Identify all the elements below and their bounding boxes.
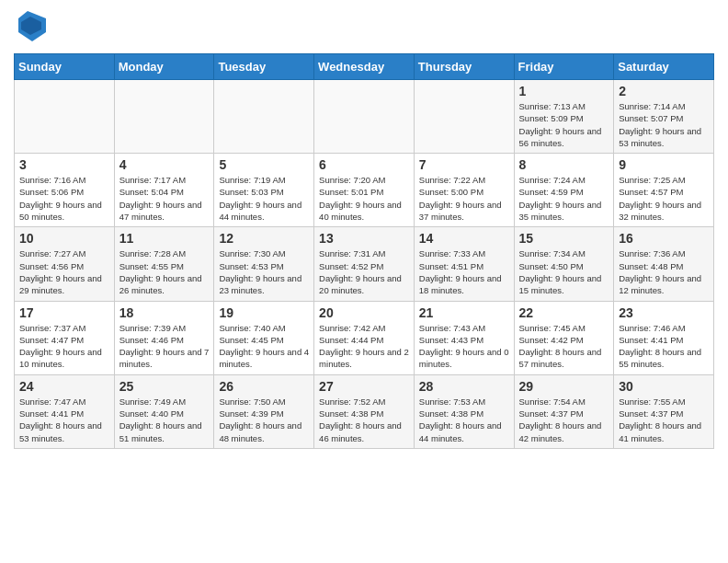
day-cell: 6Sunrise: 7:20 AMSunset: 5:01 PMDaylight… [314, 154, 415, 227]
day-cell: 15Sunrise: 7:34 AMSunset: 4:50 PMDayligh… [514, 227, 614, 301]
day-info: Sunrise: 7:40 AMSunset: 4:45 PMDaylight:… [219, 322, 309, 371]
day-cell: 18Sunrise: 7:39 AMSunset: 4:46 PMDayligh… [114, 301, 214, 374]
day-number: 11 [119, 231, 210, 246]
day-cell: 24Sunrise: 7:47 AMSunset: 4:41 PMDayligh… [15, 374, 115, 448]
day-info: Sunrise: 7:33 AMSunset: 4:51 PMDaylight:… [419, 247, 509, 296]
day-cell: 10Sunrise: 7:27 AMSunset: 4:56 PMDayligh… [15, 227, 115, 301]
day-number: 22 [519, 305, 609, 320]
day-number: 19 [219, 305, 309, 320]
day-info: Sunrise: 7:20 AMSunset: 5:01 PMDaylight:… [319, 174, 409, 223]
day-cell [114, 80, 214, 154]
weekday-saturday: Saturday [614, 54, 714, 80]
day-cell: 21Sunrise: 7:43 AMSunset: 4:43 PMDayligh… [414, 301, 514, 374]
day-info: Sunrise: 7:24 AMSunset: 4:59 PMDaylight:… [519, 174, 609, 223]
day-cell: 17Sunrise: 7:37 AMSunset: 4:47 PMDayligh… [15, 301, 115, 374]
day-number: 9 [619, 157, 709, 172]
day-number: 7 [419, 157, 509, 172]
day-cell: 14Sunrise: 7:33 AMSunset: 4:51 PMDayligh… [414, 227, 514, 301]
day-info: Sunrise: 7:45 AMSunset: 4:42 PMDaylight:… [519, 322, 609, 371]
day-info: Sunrise: 7:50 AMSunset: 4:39 PMDaylight:… [219, 396, 309, 444]
logo [14, 9, 46, 46]
day-number: 12 [219, 231, 309, 246]
day-info: Sunrise: 7:22 AMSunset: 5:00 PMDaylight:… [419, 174, 509, 223]
weekday-monday: Monday [114, 54, 214, 80]
day-number: 26 [219, 379, 309, 394]
day-info: Sunrise: 7:30 AMSunset: 4:53 PMDaylight:… [219, 247, 309, 296]
day-cell: 4Sunrise: 7:17 AMSunset: 5:04 PMDaylight… [114, 154, 214, 227]
weekday-wednesday: Wednesday [314, 54, 415, 80]
day-number: 8 [519, 157, 609, 172]
day-cell: 22Sunrise: 7:45 AMSunset: 4:42 PMDayligh… [514, 301, 614, 374]
day-cell: 13Sunrise: 7:31 AMSunset: 4:52 PMDayligh… [314, 227, 415, 301]
day-info: Sunrise: 7:31 AMSunset: 4:52 PMDaylight:… [319, 247, 409, 296]
day-number: 1 [519, 84, 609, 98]
week-row-2: 3Sunrise: 7:16 AMSunset: 5:06 PMDaylight… [15, 154, 714, 227]
day-cell: 8Sunrise: 7:24 AMSunset: 4:59 PMDaylight… [514, 154, 614, 227]
day-cell: 23Sunrise: 7:46 AMSunset: 4:41 PMDayligh… [614, 301, 714, 374]
week-row-4: 17Sunrise: 7:37 AMSunset: 4:47 PMDayligh… [15, 301, 714, 374]
day-number: 6 [319, 157, 409, 172]
day-number: 2 [619, 84, 709, 98]
day-cell: 29Sunrise: 7:54 AMSunset: 4:37 PMDayligh… [514, 374, 614, 448]
day-info: Sunrise: 7:19 AMSunset: 5:03 PMDaylight:… [219, 174, 309, 223]
day-cell [414, 80, 514, 154]
weekday-thursday: Thursday [414, 54, 514, 80]
day-number: 5 [219, 157, 309, 172]
day-cell: 27Sunrise: 7:52 AMSunset: 4:38 PMDayligh… [314, 374, 415, 448]
weekday-friday: Friday [514, 54, 614, 80]
weekday-tuesday: Tuesday [214, 54, 314, 80]
day-info: Sunrise: 7:53 AMSunset: 4:38 PMDaylight:… [419, 396, 509, 444]
week-row-3: 10Sunrise: 7:27 AMSunset: 4:56 PMDayligh… [15, 227, 714, 301]
day-cell: 2Sunrise: 7:14 AMSunset: 5:07 PMDaylight… [614, 80, 714, 154]
day-number: 20 [319, 305, 409, 320]
day-number: 3 [19, 157, 109, 172]
day-cell: 30Sunrise: 7:55 AMSunset: 4:37 PMDayligh… [614, 374, 714, 448]
day-number: 4 [119, 157, 210, 172]
weekday-sunday: Sunday [15, 54, 115, 80]
day-number: 21 [419, 305, 509, 320]
day-info: Sunrise: 7:13 AMSunset: 5:09 PMDaylight:… [519, 100, 609, 149]
day-cell: 19Sunrise: 7:40 AMSunset: 4:45 PMDayligh… [214, 301, 314, 374]
day-info: Sunrise: 7:16 AMSunset: 5:06 PMDaylight:… [19, 174, 109, 223]
day-number: 30 [619, 379, 709, 394]
day-info: Sunrise: 7:27 AMSunset: 4:56 PMDaylight:… [19, 247, 109, 296]
day-cell: 28Sunrise: 7:53 AMSunset: 4:38 PMDayligh… [414, 374, 514, 448]
day-cell: 9Sunrise: 7:25 AMSunset: 4:57 PMDaylight… [614, 154, 714, 227]
day-cell: 12Sunrise: 7:30 AMSunset: 4:53 PMDayligh… [214, 227, 314, 301]
day-number: 29 [519, 379, 609, 394]
day-cell: 5Sunrise: 7:19 AMSunset: 5:03 PMDaylight… [214, 154, 314, 227]
day-info: Sunrise: 7:52 AMSunset: 4:38 PMDaylight:… [319, 396, 409, 444]
day-info: Sunrise: 7:28 AMSunset: 4:55 PMDaylight:… [119, 247, 210, 296]
day-info: Sunrise: 7:14 AMSunset: 5:07 PMDaylight:… [619, 100, 709, 149]
day-number: 13 [319, 231, 409, 246]
day-info: Sunrise: 7:49 AMSunset: 4:40 PMDaylight:… [119, 396, 210, 444]
day-number: 17 [19, 305, 109, 320]
day-cell [15, 80, 115, 154]
day-number: 18 [119, 305, 210, 320]
day-number: 27 [319, 379, 409, 394]
day-info: Sunrise: 7:54 AMSunset: 4:37 PMDaylight:… [519, 396, 609, 444]
day-number: 14 [419, 231, 509, 246]
day-info: Sunrise: 7:39 AMSunset: 4:46 PMDaylight:… [119, 322, 210, 371]
day-info: Sunrise: 7:17 AMSunset: 5:04 PMDaylight:… [119, 174, 210, 223]
day-number: 28 [419, 379, 509, 394]
day-cell: 20Sunrise: 7:42 AMSunset: 4:44 PMDayligh… [314, 301, 415, 374]
day-info: Sunrise: 7:47 AMSunset: 4:41 PMDaylight:… [19, 396, 109, 444]
day-info: Sunrise: 7:42 AMSunset: 4:44 PMDaylight:… [319, 322, 409, 371]
day-info: Sunrise: 7:36 AMSunset: 4:48 PMDaylight:… [619, 247, 709, 296]
week-row-5: 24Sunrise: 7:47 AMSunset: 4:41 PMDayligh… [15, 374, 714, 448]
day-number: 10 [19, 231, 109, 246]
day-info: Sunrise: 7:25 AMSunset: 4:57 PMDaylight:… [619, 174, 709, 223]
day-cell: 11Sunrise: 7:28 AMSunset: 4:55 PMDayligh… [114, 227, 214, 301]
logo-icon [14, 9, 46, 46]
day-cell: 7Sunrise: 7:22 AMSunset: 5:00 PMDaylight… [414, 154, 514, 227]
day-info: Sunrise: 7:46 AMSunset: 4:41 PMDaylight:… [619, 322, 709, 371]
day-cell: 16Sunrise: 7:36 AMSunset: 4:48 PMDayligh… [614, 227, 714, 301]
day-cell: 25Sunrise: 7:49 AMSunset: 4:40 PMDayligh… [114, 374, 214, 448]
day-number: 23 [619, 305, 709, 320]
day-cell: 1Sunrise: 7:13 AMSunset: 5:09 PMDaylight… [514, 80, 614, 154]
calendar: SundayMondayTuesdayWednesdayThursdayFrid… [14, 53, 714, 449]
day-info: Sunrise: 7:55 AMSunset: 4:37 PMDaylight:… [619, 396, 709, 444]
week-row-1: 1Sunrise: 7:13 AMSunset: 5:09 PMDaylight… [15, 80, 714, 154]
day-cell [214, 80, 314, 154]
